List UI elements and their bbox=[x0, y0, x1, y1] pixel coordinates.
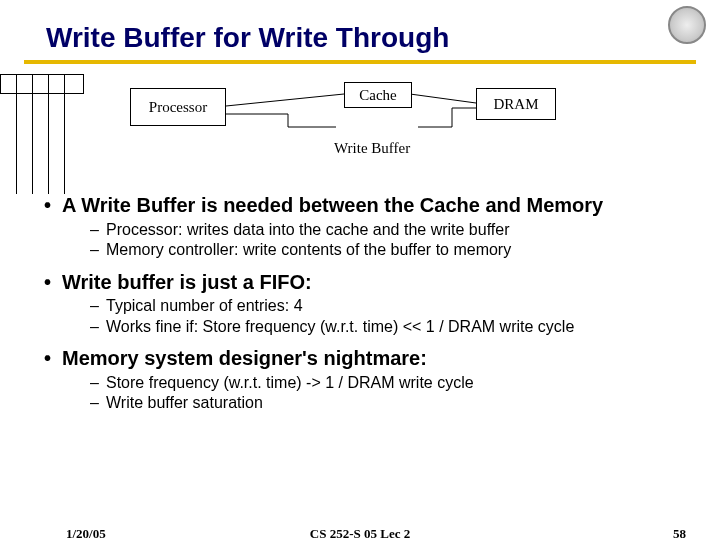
write-buffer-label: Write Buffer bbox=[334, 140, 410, 157]
sub-item: Works fine if: Store frequency (w.r.t. t… bbox=[90, 317, 694, 337]
title-underline bbox=[24, 60, 696, 64]
sub-item: Processor: writes data into the cache an… bbox=[90, 220, 694, 240]
diagram: Processor Cache DRAM Write Buffer bbox=[0, 74, 720, 194]
bullet-2: Memory system designer's nightmare: Stor… bbox=[44, 347, 694, 414]
sub-item: Write buffer saturation bbox=[90, 393, 694, 413]
bullet-text: Memory system designer's nightmare: bbox=[62, 347, 427, 369]
bullet-text: Write buffer is just a FIFO: bbox=[62, 271, 312, 293]
dram-box: DRAM bbox=[476, 88, 556, 120]
bullet-text: A Write Buffer is needed between the Cac… bbox=[62, 194, 603, 216]
seal-icon bbox=[668, 6, 706, 44]
svg-line-1 bbox=[410, 94, 476, 103]
write-buffer-box bbox=[0, 74, 84, 94]
bullet-1: Write buffer is just a FIFO: Typical num… bbox=[44, 271, 694, 338]
sub-item: Typical number of entries: 4 bbox=[90, 296, 694, 316]
slide-title: Write Buffer for Write Through bbox=[46, 22, 720, 54]
svg-line-0 bbox=[226, 94, 344, 106]
content: A Write Buffer is needed between the Cac… bbox=[44, 194, 694, 414]
footer-course: CS 252-S 05 Lec 2 bbox=[0, 526, 720, 540]
cache-box: Cache bbox=[344, 82, 412, 108]
processor-box: Processor bbox=[130, 88, 226, 126]
sub-item: Store frequency (w.r.t. time) -> 1 / DRA… bbox=[90, 373, 694, 393]
bullet-0: A Write Buffer is needed between the Cac… bbox=[44, 194, 694, 261]
sub-item: Memory controller: write contents of the… bbox=[90, 240, 694, 260]
footer-page: 58 bbox=[673, 526, 686, 540]
